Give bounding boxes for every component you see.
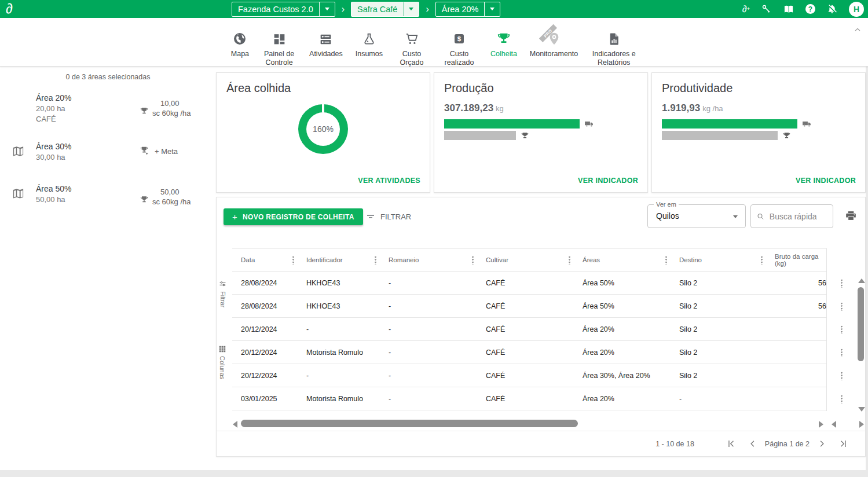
book-icon[interactable] (783, 3, 794, 15)
cell-identificador: HKHOE43 (298, 279, 380, 287)
nav-label: Insumos (356, 50, 383, 58)
column-header-data: Data (232, 249, 298, 271)
cell-cultivar: CAFÉ (477, 395, 574, 403)
nav-label: Indicadores e Relatórios (591, 50, 637, 67)
nav-item-insumos[interactable]: Insumos (349, 30, 389, 58)
print-icon[interactable] (845, 210, 857, 224)
column-menu-icon[interactable] (292, 256, 294, 265)
column-menu-icon[interactable] (761, 256, 763, 265)
season-selector-dropdown[interactable] (403, 2, 419, 16)
area-list-item[interactable]: Área 30% 30,00 ha + Meta (0, 142, 216, 162)
scroll-right-arrow[interactable] (819, 421, 823, 428)
area-list-item[interactable]: Área 50% 50,00 ha 50,00 sc 60kg /ha (0, 184, 216, 204)
cell-cultivar: CAFÉ (477, 302, 574, 310)
chevron-down-icon (325, 8, 329, 10)
cell-identificador: - (298, 325, 380, 333)
card-title: Produção (444, 82, 638, 95)
nav-item-painel-de-controle[interactable]: Painel de Controle (255, 30, 303, 67)
productivity-progress (662, 119, 855, 129)
cell-destino: Silo 2 (671, 325, 766, 333)
last-page-icon[interactable] (838, 438, 849, 449)
previous-page-icon[interactable] (747, 438, 758, 449)
table-row[interactable]: 20/12/2024 Motorista Romulo - CAFÉ Área … (232, 341, 826, 364)
nav-item-custo-realizado[interactable]: $ Custo realizado (434, 30, 484, 67)
area-goal-add[interactable]: + Meta (140, 146, 178, 157)
cell-data: 28/08/2024 (232, 279, 298, 287)
productivity-value: 1.919,93kg /ha (662, 102, 855, 114)
goal-value: 50,00 (152, 188, 191, 196)
next-page-icon[interactable] (816, 438, 827, 449)
column-menu-icon[interactable] (375, 256, 376, 265)
production-goal (444, 131, 638, 140)
row-menu-icon[interactable] (841, 372, 843, 380)
horizontal-scrollbar-track[interactable] (241, 420, 816, 427)
help-icon[interactable]: ? (805, 4, 815, 14)
filter-button[interactable]: FILTRAR (365, 211, 411, 222)
column-header-cultivar: Cultivar (477, 249, 574, 271)
view-unit-select[interactable]: Ver em Quilos (647, 204, 746, 228)
area-selector-dropdown[interactable] (484, 2, 500, 16)
key-icon[interactable] (761, 3, 772, 14)
area-list-item[interactable]: Área 20% 20,00 ha CAFÉ 10,00 sc 60kg /ha (0, 93, 216, 123)
search-input[interactable] (768, 211, 827, 222)
first-page-icon[interactable] (726, 438, 737, 449)
farm-selector-label: Fazenda Custos 2.0 (232, 2, 319, 16)
column-menu-icon[interactable] (569, 256, 570, 265)
grid-icon (218, 345, 226, 353)
row-menu-icon[interactable] (841, 325, 843, 334)
row-menu-icon[interactable] (841, 348, 843, 357)
list-icon (318, 30, 333, 47)
nav-item-atividades[interactable]: Atividades (303, 30, 349, 58)
scroll-left-arrow[interactable] (233, 421, 237, 428)
table-row[interactable]: 28/08/2024 HKHOE43 - CAFÉ Área 50% Silo … (232, 271, 826, 295)
ver-atividades-link[interactable]: VER ATIVIDADES (358, 177, 420, 185)
module-nav: Mapa Painel de Controle Atividades Insum… (0, 18, 868, 67)
nav-label: Mapa (231, 50, 249, 58)
cell-data: 20/12/2024 (232, 348, 298, 357)
table-row[interactable]: 03/01/2025 Motorista Romulo - CAFÉ Área … (232, 387, 826, 410)
referral-icon[interactable]: ∂+ (742, 5, 750, 14)
rail-tab-colunas[interactable]: Colunas (218, 345, 226, 379)
new-harvest-record-button[interactable]: + NOVO REGISTRO DE COLHEITA (224, 208, 363, 225)
column-menu-icon[interactable] (472, 256, 474, 265)
globe-icon (232, 30, 247, 47)
farm-selector-dropdown[interactable] (319, 2, 335, 16)
cell-data: 20/12/2024 (232, 325, 298, 333)
nav-item-mapa[interactable]: Mapa (225, 30, 255, 58)
table-row[interactable]: 20/12/2024 - - CAFÉ Área 30%, Área 20% S… (232, 364, 826, 387)
ver-indicador-link[interactable]: VER INDICADOR (796, 177, 856, 185)
scroll-down-arrow[interactable] (858, 407, 865, 412)
table-row[interactable]: 20/12/2024 - - CAFÉ Área 20% Silo 2 (232, 318, 826, 341)
nav-item-custo-orcado[interactable]: Custo Orçado (389, 30, 434, 67)
area-goal: 10,00 sc 60kg /ha (140, 99, 191, 118)
area-selector[interactable]: Área 20% (435, 2, 501, 17)
avatar[interactable]: H (849, 2, 864, 17)
row-menu-icon[interactable] (841, 302, 843, 311)
pinned-scroll-left-arrow[interactable] (832, 421, 836, 428)
collapse-nav-chevron-up-icon[interactable] (853, 25, 862, 37)
nav-item-indicadores-relatorios[interactable]: Indicadores e Relatórios (584, 30, 643, 67)
season-selector[interactable]: Safra Café (351, 2, 419, 17)
column-menu-icon[interactable] (665, 256, 667, 265)
row-menu-icon[interactable] (841, 395, 843, 403)
card-produtividade: Produtividade 1.919,93kg /ha VER IND (651, 72, 866, 193)
cell-cultivar: CAFÉ (477, 325, 574, 333)
farm-selector[interactable]: Fazenda Custos 2.0 (232, 2, 335, 17)
nav-item-colheita[interactable]: Colheita (484, 30, 523, 58)
nav-item-monitoramento[interactable]: PRO Monitoramento (523, 30, 584, 58)
table-row[interactable]: 28/08/2024 HKHOE43 - CAFÉ Área 50% Silo … (232, 295, 826, 318)
ver-indicador-link[interactable]: VER INDICADOR (578, 177, 638, 185)
chevron-down-icon (409, 8, 413, 10)
vertical-scrollbar-thumb[interactable] (858, 287, 864, 361)
notifications-off-icon[interactable] (826, 3, 838, 15)
scroll-up-arrow[interactable] (858, 278, 865, 283)
cell-romaneio: - (380, 302, 477, 310)
search-icon (756, 211, 765, 222)
horizontal-scrollbar-thumb[interactable] (241, 420, 578, 427)
cell-romaneio: - (380, 372, 477, 380)
rail-tab-filtrar[interactable]: Filtrar (218, 280, 227, 307)
monitoring-pin-icon: PRO (547, 30, 562, 47)
nav-label: Painel de Controle (262, 50, 296, 67)
row-menu-icon[interactable] (841, 279, 843, 288)
pinned-scroll-right-arrow[interactable] (859, 421, 864, 428)
